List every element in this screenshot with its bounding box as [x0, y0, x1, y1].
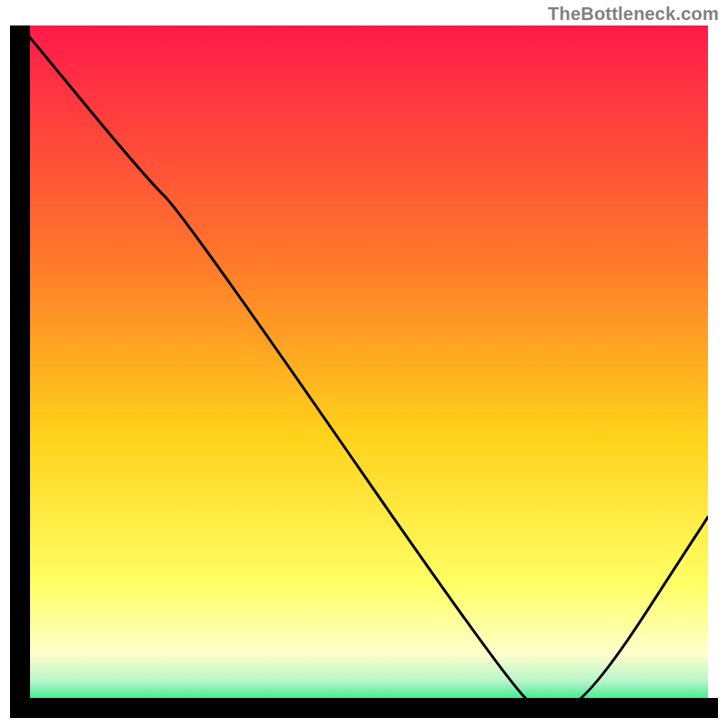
plot-background: [20, 25, 708, 708]
bottleneck-chart: [0, 0, 728, 728]
attribution-text: TheBottleneck.com: [548, 4, 719, 25]
chart-container: TheBottleneck.com: [0, 0, 728, 728]
